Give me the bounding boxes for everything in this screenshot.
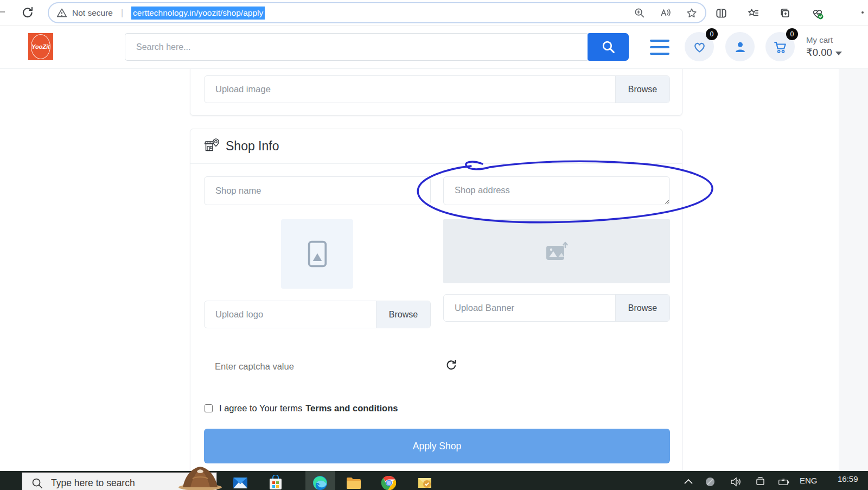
shop-info-card: Shop Info Browse Browse I agree to Your …: [190, 129, 682, 479]
my-cart-label: My cart: [806, 35, 833, 44]
account-button[interactable]: [725, 32, 755, 61]
browser-chrome: Not secure | certtechnology.in/yoozit/sh…: [0, 0, 868, 26]
image-upload-icon: [545, 241, 569, 262]
upload-banner-browse-button[interactable]: Browse: [615, 295, 669, 321]
zoom-icon[interactable]: [634, 7, 646, 19]
cart-dropdown-caret[interactable]: [835, 52, 842, 55]
cart-total[interactable]: ₹0.00: [806, 47, 832, 59]
upload-image-card: Browse: [190, 63, 682, 116]
terms-and-conditions-link[interactable]: Terms and conditions: [305, 403, 398, 413]
captcha-input[interactable]: [204, 353, 432, 380]
back-icon[interactable]: [0, 11, 5, 12]
heart-icon: [692, 40, 707, 54]
shop-address-textarea[interactable]: [443, 176, 670, 205]
site-header: YooZit 0 0 My cart ₹0.00: [0, 26, 868, 69]
image-placeholder-icon: [307, 240, 328, 268]
tray-status-icon[interactable]: [704, 476, 716, 488]
menu-icon[interactable]: [650, 40, 669, 55]
page-content: Browse Shop Info Browse Browse: [0, 69, 868, 471]
windows-taskbar: ENG 16:59: [0, 471, 868, 490]
terms-checkbox[interactable]: [205, 404, 213, 412]
card-title: Shop Info: [226, 139, 279, 154]
language-indicator[interactable]: ENG: [800, 476, 818, 485]
cart-badge: 0: [786, 28, 798, 40]
not-secure-warning-icon[interactable]: [56, 8, 67, 18]
shop-name-input[interactable]: [205, 177, 430, 205]
settings-menu-icon[interactable]: [861, 11, 864, 14]
outlook-mail-icon[interactable]: [417, 475, 433, 490]
not-secure-label[interactable]: Not secure: [72, 8, 113, 18]
wishlist-badge: 0: [706, 28, 718, 40]
logo-text: YooZit: [31, 43, 50, 50]
address-bar[interactable]: Not secure | certtechnology.in/yoozit/sh…: [48, 2, 706, 23]
refresh-icon[interactable]: [21, 5, 35, 20]
read-aloud-icon[interactable]: [660, 7, 672, 19]
url-text[interactable]: certtechnology.in/yoozit/shop/apply: [131, 7, 265, 20]
volume-icon[interactable]: [730, 476, 742, 488]
taskbar-search-icon: [31, 477, 43, 489]
logo-preview-placeholder[interactable]: [281, 219, 353, 289]
edge-browser-icon[interactable]: [312, 475, 328, 490]
shop-icon: [204, 138, 220, 155]
yoozit-logo[interactable]: YooZit: [28, 33, 53, 60]
favorites-bar-icon[interactable]: [747, 7, 759, 19]
file-explorer-icon[interactable]: [346, 475, 362, 490]
upload-image-browse-button[interactable]: Browse: [615, 76, 669, 103]
search-icon: [601, 40, 616, 54]
collections-icon[interactable]: [779, 7, 791, 19]
search-highlight-image[interactable]: [176, 464, 224, 490]
upload-banner-input[interactable]: [444, 295, 615, 321]
user-icon: [733, 40, 748, 54]
tray-chevron-icon[interactable]: [682, 476, 694, 488]
favorite-star-icon[interactable]: [686, 7, 698, 19]
network-icon[interactable]: [755, 476, 767, 488]
battery-icon[interactable]: [778, 476, 790, 488]
mail-app-icon[interactable]: [232, 475, 248, 490]
omnibox-divider: |: [121, 8, 123, 18]
taskbar-search-input[interactable]: [51, 478, 176, 489]
browser-essentials-icon[interactable]: [811, 7, 823, 19]
page-gutter: [839, 69, 868, 471]
banner-preview-placeholder[interactable]: [443, 219, 670, 283]
terms-text: I agree to Your terms: [219, 403, 302, 413]
captcha-refresh-icon[interactable]: [444, 358, 458, 372]
upload-logo-browse-button[interactable]: Browse: [376, 301, 430, 328]
clock[interactable]: 16:59: [838, 474, 858, 483]
cart-icon: [773, 39, 788, 55]
search-input[interactable]: [125, 33, 588, 61]
upload-logo-input[interactable]: [205, 301, 376, 328]
split-screen-icon[interactable]: [715, 7, 727, 19]
chrome-browser-icon[interactable]: [381, 475, 397, 490]
microsoft-store-icon[interactable]: [267, 475, 284, 490]
apply-shop-button[interactable]: Apply Shop: [204, 429, 670, 463]
search-button[interactable]: [588, 33, 629, 61]
upload-image-input[interactable]: [205, 76, 615, 103]
